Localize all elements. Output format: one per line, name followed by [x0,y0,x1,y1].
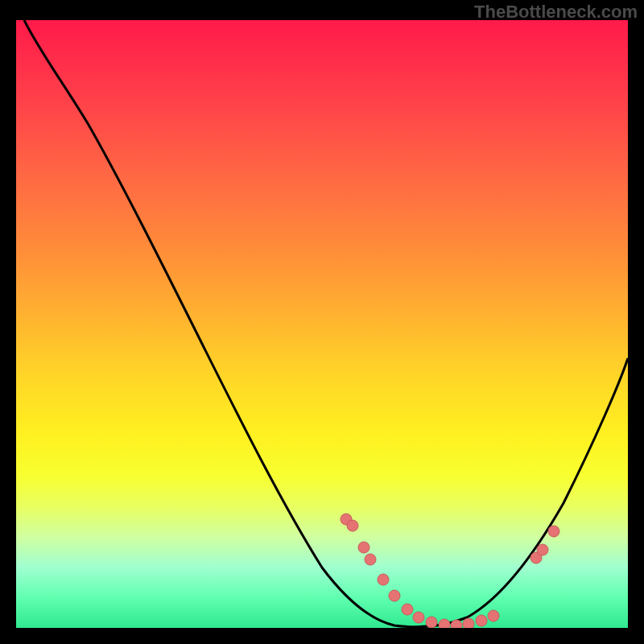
data-point [548,526,559,537]
data-point [537,544,548,555]
data-point [378,574,389,585]
data-point [402,604,413,615]
data-point [413,612,424,623]
watermark-text: TheBottleneck.com [474,2,638,23]
data-point [488,610,499,621]
data-point [463,618,474,628]
data-point [358,542,369,553]
data-point [389,590,400,601]
data-point [476,615,487,626]
data-point [347,520,358,531]
chart-svg [16,20,628,628]
data-point [365,554,376,565]
data-point [439,619,450,628]
data-point [426,617,437,628]
plot-area [16,20,628,628]
data-point [451,620,462,628]
bottleneck-curve [24,20,628,627]
